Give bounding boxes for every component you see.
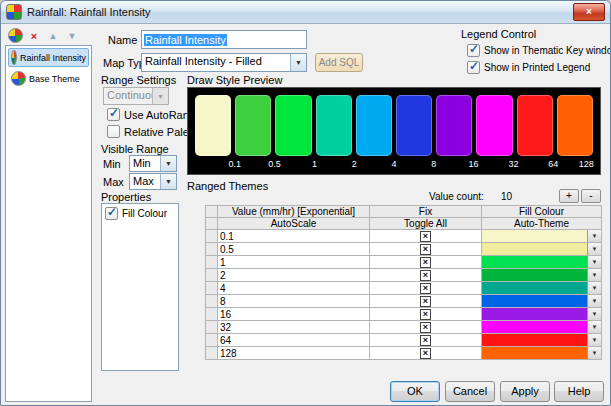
legend-control-title: Legend Control — [461, 28, 606, 40]
fix-checkbox[interactable]: × — [420, 257, 431, 268]
row-selector[interactable] — [206, 334, 218, 347]
value-cell[interactable]: 16 — [218, 308, 370, 321]
fix-cell[interactable]: × — [370, 295, 482, 308]
colour-dropdown-button[interactable]: ▼ — [587, 256, 601, 268]
fill-colour-cell[interactable]: ▼ — [482, 334, 602, 347]
apply-button[interactable]: Apply — [500, 381, 550, 402]
move-down-icon[interactable]: ▼ — [63, 28, 81, 44]
properties-title: Properties — [101, 191, 151, 203]
checkbox-icon[interactable] — [467, 61, 480, 74]
fix-checkbox[interactable]: × — [420, 335, 431, 346]
max-value: Max — [130, 174, 160, 189]
fix-checkbox[interactable]: × — [420, 270, 431, 281]
fill-colour-cell[interactable]: ▼ — [482, 308, 602, 321]
fix-cell[interactable]: × — [370, 347, 482, 360]
autoscale-button[interactable]: AutoScale — [218, 218, 370, 230]
colour-dropdown-button[interactable]: ▼ — [587, 282, 601, 294]
decrease-count-button[interactable]: - — [581, 189, 601, 203]
show-thematic-key-checkbox-row[interactable]: Show in Thematic Key window — [467, 44, 606, 57]
value-cell[interactable]: 1 — [218, 256, 370, 269]
colour-dropdown-button[interactable]: ▼ — [587, 230, 601, 242]
colour-dropdown-button[interactable]: ▼ — [587, 295, 601, 307]
map-type-dropdown[interactable]: Rainfall Intensity - Filled ▼ — [141, 53, 307, 72]
checkbox-icon[interactable] — [107, 125, 120, 138]
fill-colour-checkbox-row[interactable]: Fill Colour — [105, 207, 175, 220]
row-selector[interactable] — [206, 308, 218, 321]
value-cell[interactable]: 128 — [218, 347, 370, 360]
row-selector[interactable] — [206, 256, 218, 269]
fix-cell[interactable]: × — [370, 282, 482, 295]
fix-cell[interactable]: × — [370, 334, 482, 347]
fill-colour-cell[interactable]: ▼ — [482, 282, 602, 295]
colour-dropdown-button[interactable]: ▼ — [587, 269, 601, 281]
max-dropdown[interactable]: Max ▼ — [129, 173, 177, 190]
fill-colour-cell[interactable]: ▼ — [482, 256, 602, 269]
fix-checkbox[interactable]: × — [420, 244, 431, 255]
delete-theme-icon[interactable]: × — [25, 28, 43, 44]
fill-colour-cell[interactable]: ▼ — [482, 347, 602, 360]
ramp-swatch — [476, 95, 512, 156]
colour-dropdown-button[interactable]: ▼ — [587, 243, 601, 255]
fix-checkbox[interactable]: × — [420, 296, 431, 307]
value-cell[interactable]: 2 — [218, 269, 370, 282]
fix-checkbox[interactable]: × — [420, 231, 431, 242]
value-cell[interactable]: 8 — [218, 295, 370, 308]
fix-cell[interactable]: × — [370, 308, 482, 321]
fix-cell[interactable]: × — [370, 321, 482, 334]
fill-colour-cell[interactable]: ▼ — [482, 230, 602, 243]
toggle-all-button[interactable]: Toggle All — [370, 218, 482, 230]
fix-cell[interactable]: × — [370, 230, 482, 243]
close-button[interactable]: × — [573, 3, 605, 21]
ok-button[interactable]: OK — [390, 381, 440, 402]
value-cell[interactable]: 4 — [218, 282, 370, 295]
corner-subheader — [206, 218, 218, 230]
theme-list-item-base-theme[interactable]: Base Theme — [8, 69, 89, 88]
checkbox-icon[interactable] — [105, 207, 118, 220]
name-input[interactable]: Rainfall Intensity — [141, 30, 307, 49]
show-printed-legend-checkbox-row[interactable]: Show in Printed Legend — [467, 61, 606, 74]
theme-item-label: Base Theme — [29, 74, 80, 84]
value-cell[interactable]: 64 — [218, 334, 370, 347]
value-cell[interactable]: 0.1 — [218, 230, 370, 243]
fix-cell[interactable]: × — [370, 243, 482, 256]
increase-count-button[interactable]: + — [559, 189, 579, 203]
auto-theme-button[interactable]: Auto-Theme — [482, 218, 602, 230]
new-theme-icon[interactable] — [6, 28, 24, 44]
min-dropdown[interactable]: Min ▼ — [129, 155, 177, 172]
row-selector[interactable] — [206, 243, 218, 256]
fill-colour-cell[interactable]: ▼ — [482, 295, 602, 308]
checkbox-icon[interactable] — [107, 108, 120, 121]
row-selector[interactable] — [206, 347, 218, 360]
fix-checkbox[interactable]: × — [420, 309, 431, 320]
colour-dropdown-button[interactable]: ▼ — [587, 347, 601, 359]
row-selector[interactable] — [206, 230, 218, 243]
theme-list-item-rainfall-intensity[interactable]: Rainfall Intensity — [8, 48, 89, 67]
fix-checkbox[interactable]: × — [420, 322, 431, 333]
row-selector[interactable] — [206, 269, 218, 282]
fix-cell[interactable]: × — [370, 256, 482, 269]
checkbox-icon[interactable] — [467, 44, 480, 57]
colour-dropdown-button[interactable]: ▼ — [587, 308, 601, 320]
help-button[interactable]: Help — [554, 381, 604, 402]
theme-pinwheel-icon — [11, 50, 17, 65]
row-selector[interactable] — [206, 282, 218, 295]
fill-colour-cell[interactable]: ▼ — [482, 269, 602, 282]
add-sql-button[interactable]: Add SQL — [315, 53, 363, 72]
range-settings-title: Range Settings — [101, 74, 176, 86]
row-selector[interactable] — [206, 321, 218, 334]
value-cell[interactable]: 0.5 — [218, 243, 370, 256]
move-up-icon[interactable]: ▲ — [44, 28, 62, 44]
colour-dropdown-button[interactable]: ▼ — [587, 334, 601, 346]
fill-colour-cell[interactable]: ▼ — [482, 321, 602, 334]
fill-colour-cell[interactable]: ▼ — [482, 243, 602, 256]
cancel-button[interactable]: Cancel — [445, 381, 495, 402]
value-cell[interactable]: 32 — [218, 321, 370, 334]
fix-checkbox[interactable]: × — [420, 283, 431, 294]
fix-checkbox[interactable]: × — [420, 348, 431, 359]
range-mode-dropdown[interactable]: Continuous ▼ — [103, 87, 169, 105]
theme-row: 0.5×▼ — [206, 243, 602, 256]
titlebar[interactable]: Rainfall: Rainfall Intensity × — [1, 1, 610, 24]
colour-dropdown-button[interactable]: ▼ — [587, 321, 601, 333]
fix-cell[interactable]: × — [370, 269, 482, 282]
row-selector[interactable] — [206, 295, 218, 308]
